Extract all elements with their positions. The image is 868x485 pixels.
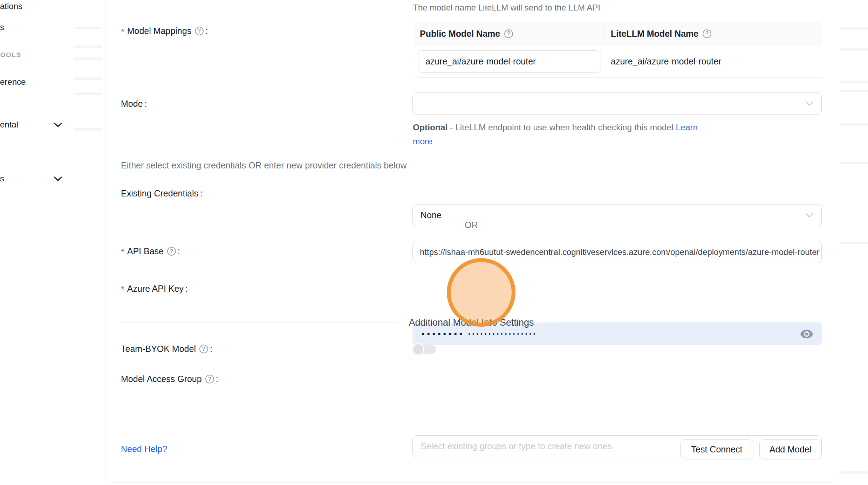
toggle-knob [412,343,424,355]
sidebar-item-fragment[interactable]: ations [0,1,22,11]
model-name-help-text: The model name LiteLLM will send to the … [413,3,600,13]
azure-api-key-label: * Azure API Key : [121,284,188,294]
chevron-down-icon[interactable] [53,122,63,129]
add-model-screen: ations s TOOLS erence ental s The model … [0,0,868,485]
background-row-line [840,27,868,30]
password-dots: •••••••• [422,330,465,338]
question-circle-icon[interactable]: ? [703,29,711,38]
model-access-group-label: Model Access Group ? : [121,374,218,384]
litellm-model-name-value: azure_ai/azure-model-router [603,56,721,67]
mode-select[interactable] [412,92,822,115]
sidebar-item-fragment[interactable]: erence [0,77,26,87]
chevron-down-icon [805,101,814,106]
question-circle-icon[interactable]: ? [167,247,176,256]
model-mappings-table: Public Model Name ? LiteLLM Model Name ?… [414,22,822,78]
question-circle-icon[interactable]: ? [199,345,208,353]
background-row-line [840,123,868,126]
api-base-label: * API Base ? : [121,246,180,256]
question-circle-icon[interactable]: ? [205,375,214,383]
or-divider: OR [121,219,822,230]
test-connect-button[interactable]: Test Connect [680,439,753,459]
password-dots: ••••••••••••••••• [468,331,537,337]
background-row-line [840,90,868,92]
eye-icon[interactable] [800,329,813,339]
api-base-input[interactable]: https://ishaa-mh6uutut-swedencentral.cog… [412,241,822,263]
team-byok-toggle[interactable] [413,343,437,355]
background-row-line [74,92,102,95]
existing-credentials-value: None [421,210,442,220]
sidebar-item-fragment[interactable]: s [0,22,4,32]
required-mark: * [121,285,124,294]
model-mappings-label: * Model Mappings ? : [121,26,208,36]
sidebar-section-tools: TOOLS [0,51,21,59]
chevron-down-icon [805,213,814,218]
or-divider-text: OR [465,220,478,230]
required-mark: * [121,28,124,36]
column-header-public-model-name: Public Model Name ? [414,29,603,39]
mode-help-text: Optional - LiteLLM endpoint to use when … [413,120,698,148]
background-row-line [840,81,868,83]
background-row-line [840,162,868,164]
learn-more-link[interactable]: Learn [676,123,698,132]
credentials-note: Either select existing credentials OR en… [121,160,407,171]
question-circle-icon[interactable]: ? [195,27,204,35]
background-row-line [74,77,102,80]
background-row-line [840,242,868,244]
add-model-button[interactable]: Add Model [759,439,821,459]
sidebar-item-fragment[interactable]: s [0,174,4,183]
question-circle-icon[interactable]: ? [504,29,513,38]
background-row-line [840,48,868,51]
additional-settings-divider-text: Additional Model Info Settings [409,317,534,328]
need-help-link[interactable]: Need Help? [121,444,167,454]
background-row-line [74,27,102,29]
existing-credentials-label: Existing Credentials : [121,188,203,199]
mode-label: Mode : [121,99,147,109]
additional-settings-divider: Additional Model Info Settings [121,316,822,329]
background-row-line [74,57,102,60]
background-row-line [74,128,102,131]
table-row: azure_ai/azure-model-router azure_ai/azu… [414,46,822,78]
public-model-name-input[interactable]: azure_ai/azure-model-router [418,50,601,73]
learn-more-link[interactable]: more [413,137,432,146]
sidebar-item-fragment[interactable]: ental [0,120,18,130]
chevron-down-icon[interactable] [53,176,63,183]
column-header-litellm-model-name: LiteLLM Model Name ? [603,29,711,39]
required-mark: * [121,248,124,257]
column-separator [603,27,603,40]
team-byok-label: Team-BYOK Model ? : [121,344,212,354]
background-row-line [840,471,868,474]
background-row-line [74,46,102,48]
table-header-row: Public Model Name ? LiteLLM Model Name ? [414,22,822,46]
model-access-group-placeholder: Select existing groups or type to create… [421,441,612,451]
